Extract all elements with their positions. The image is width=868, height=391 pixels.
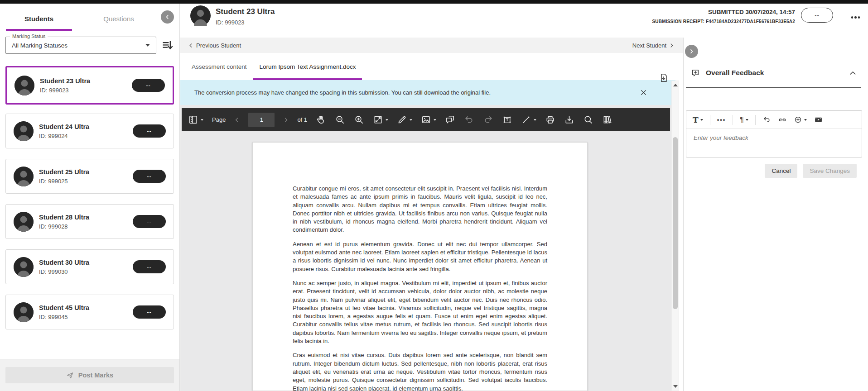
close-banner-button[interactable] xyxy=(640,89,647,96)
grade-pill[interactable]: -- xyxy=(133,260,166,273)
student-card[interactable]: Student 23 Ultra ID: 999023 -- xyxy=(5,66,174,105)
feedback-input[interactable] xyxy=(686,129,862,155)
zoom-in-button[interactable] xyxy=(354,114,364,125)
page-number-input[interactable] xyxy=(248,113,275,127)
student-id: ID: 999030 xyxy=(39,268,89,275)
text-box-button[interactable] xyxy=(502,114,512,125)
divider xyxy=(710,115,710,125)
more-options-icon[interactable] xyxy=(851,16,860,19)
divider xyxy=(755,115,756,125)
feedback-editor: T ••• ¶ xyxy=(686,110,862,157)
tab-students[interactable]: Students xyxy=(6,15,72,31)
chevron-down-icon xyxy=(386,119,388,121)
close-icon xyxy=(640,89,647,96)
zoom-out-button[interactable] xyxy=(335,114,345,125)
grade-pill[interactable]: -- xyxy=(133,215,166,228)
page-prev-button[interactable] xyxy=(234,117,240,123)
scrollbar-thumb[interactable] xyxy=(673,137,678,309)
undo-button[interactable] xyxy=(762,115,771,124)
feedback-bubble-icon xyxy=(691,68,700,77)
search-button[interactable] xyxy=(583,114,593,125)
student-name: Student 45 Ultra xyxy=(39,304,89,311)
feedback-panel: Overall Feedback T ••• ¶ xyxy=(683,38,868,391)
tab-assessment-content[interactable]: Assessment content xyxy=(185,63,253,80)
document-paragraph: Aenean et est id purus elementum gravida… xyxy=(293,240,547,273)
text-style-button[interactable]: T xyxy=(693,115,703,124)
sidebar-footer: Post Marks xyxy=(0,359,179,391)
grade-pill[interactable]: -- xyxy=(132,79,165,92)
scroll-up-icon[interactable] xyxy=(673,84,678,86)
print-button[interactable] xyxy=(545,114,555,125)
student-card[interactable]: Student 30 Ultra ID: 999030 -- xyxy=(5,249,174,284)
file-download-button[interactable] xyxy=(659,73,669,83)
annotate-pen-button[interactable] xyxy=(397,114,412,125)
pan-tool-button[interactable] xyxy=(316,114,326,125)
marking-status-select[interactable]: Marking Status All Marking Statuses xyxy=(5,37,156,54)
avatar xyxy=(14,167,34,186)
grade-pill[interactable]: -- xyxy=(133,305,166,319)
student-id: ID: 999028 xyxy=(39,223,89,230)
next-student-button[interactable]: Next Student xyxy=(632,42,674,49)
main-area: Student 23 Ultra ID: 999023 SUBMITTED 30… xyxy=(180,4,868,391)
chevron-left-icon xyxy=(188,43,193,48)
tab-questions[interactable]: Questions xyxy=(86,15,152,31)
record-video-button[interactable] xyxy=(814,115,823,124)
grade-pill-button[interactable]: -- xyxy=(801,8,833,23)
cancel-button[interactable]: Cancel xyxy=(765,164,797,178)
student-card[interactable]: Student 45 Ultra ID: 999045 -- xyxy=(5,295,174,329)
pan-hand-icon xyxy=(316,114,326,125)
document-scrollbar[interactable] xyxy=(671,81,679,391)
insert-image-button[interactable] xyxy=(421,114,436,125)
redo-button[interactable] xyxy=(483,114,493,125)
student-id: ID: 999023 xyxy=(216,19,245,26)
tab-submission-file[interactable]: Lorum Ipsom Text Assignment.docx xyxy=(253,63,362,80)
conversion-notice-banner: The conversion process may have changed … xyxy=(180,80,675,105)
previous-student-button[interactable]: Previous Student xyxy=(188,42,241,49)
document-paragraph: Nunc ac semper justo, in aliquet magna. … xyxy=(293,279,547,345)
avatar xyxy=(190,5,211,26)
download-button[interactable] xyxy=(564,114,574,125)
grade-pill[interactable]: -- xyxy=(133,170,166,183)
scroll-down-icon[interactable] xyxy=(673,385,678,388)
chevron-left-icon xyxy=(164,14,170,20)
overall-feedback-header: Overall Feedback xyxy=(691,68,857,77)
sort-list-icon xyxy=(161,39,174,52)
document-paragraph: Cras euismod et nisi vitae cursus. Duis … xyxy=(293,351,547,391)
student-name: Student 28 Ultra xyxy=(39,214,89,221)
grade-pill[interactable]: -- xyxy=(133,124,166,138)
student-card[interactable]: Student 24 Ultra ID: 999024 -- xyxy=(5,114,174,148)
student-id: ID: 999024 xyxy=(39,133,89,139)
chevron-up-icon xyxy=(849,69,857,77)
avatar xyxy=(14,302,34,322)
content-tabs: Assessment content Lorum Ipsom Text Assi… xyxy=(180,53,683,80)
collapse-feedback-button[interactable] xyxy=(849,69,857,77)
more-formatting-button[interactable]: ••• xyxy=(717,116,726,123)
comments-button[interactable] xyxy=(445,114,455,125)
fit-to-page-button[interactable] xyxy=(373,114,388,125)
library-icon xyxy=(602,114,612,125)
insert-link-button[interactable] xyxy=(778,115,787,124)
student-card[interactable]: Student 25 Ultra ID: 999025 -- xyxy=(5,159,174,194)
line-tool-button[interactable] xyxy=(521,114,536,125)
submitted-timestamp: SUBMITTED 30/07/2024, 14:57 xyxy=(652,9,795,15)
panel-collapse-button[interactable] xyxy=(685,45,698,58)
sidebar-collapse-button[interactable] xyxy=(161,10,174,24)
document-canvas: Page of 1 xyxy=(180,105,671,391)
student-name: Student 23 Ultra xyxy=(40,77,90,85)
sort-students-button[interactable] xyxy=(161,39,174,52)
library-button[interactable] xyxy=(602,114,612,125)
paragraph-style-button[interactable]: ¶ xyxy=(740,116,748,124)
avatar xyxy=(14,257,34,277)
save-changes-button[interactable]: Save Changes xyxy=(803,164,857,178)
page-next-button[interactable] xyxy=(283,117,289,123)
post-marks-button[interactable]: Post Marks xyxy=(5,367,174,383)
student-id: ID: 999023 xyxy=(40,87,90,94)
undo-button[interactable] xyxy=(464,114,474,125)
divider xyxy=(733,115,733,125)
student-card[interactable]: Student 28 Ultra ID: 999028 -- xyxy=(5,204,174,239)
insert-content-button[interactable] xyxy=(794,115,807,124)
student-name: Student 23 Ultra xyxy=(216,7,275,16)
document-viewer: Previous Student Next Student Assessment… xyxy=(180,38,683,391)
chevron-right-icon xyxy=(689,48,694,54)
thumbnails-button[interactable] xyxy=(188,114,203,125)
